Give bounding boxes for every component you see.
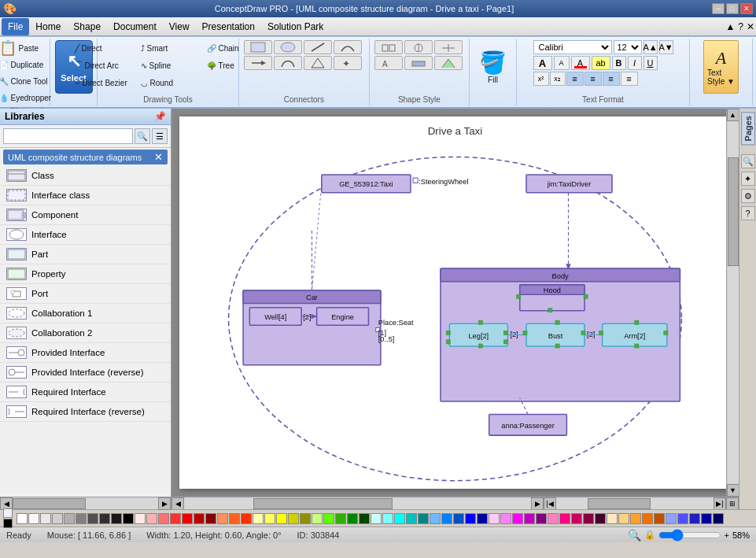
minimize-button[interactable]: ─ [712,3,725,14]
page-last-button[interactable]: ▶| [714,497,726,510]
palette-swatch-50[interactable] [607,513,618,524]
palette-swatch-47[interactable] [571,513,582,524]
shape-tool-1[interactable] [374,40,403,54]
palette-swatch-1[interactable] [28,513,39,524]
lib-item-required-interface-reverse[interactable]: Required Interface (reverse) [0,402,171,422]
v-scroll-up-button[interactable]: ▲ [727,109,739,121]
palette-swatch-10[interactable] [135,513,146,524]
palette-swatch-51[interactable] [618,513,629,524]
star-shape-button[interactable]: ✦ [334,56,362,70]
palette-swatch-37[interactable] [453,513,464,524]
palette-swatch-20[interactable] [253,513,264,524]
palette-swatch-28[interactable] [347,513,358,524]
menu-document[interactable]: Document [107,18,163,35]
palette-swatch-31[interactable] [382,513,393,524]
align-justify-button[interactable]: ≡ [621,72,638,86]
menu-home[interactable]: Home [29,18,67,35]
palette-swatch-26[interactable] [323,513,334,524]
palette-swatch-8[interactable] [111,513,122,524]
palette-swatch-35[interactable] [430,513,441,524]
rect-shape-button[interactable] [244,40,272,54]
library-tag-close[interactable]: ✕ [154,151,163,163]
palette-swatch-22[interactable] [276,513,287,524]
palette-swatch-17[interactable] [217,513,228,524]
palette-swatch-7[interactable] [99,513,110,524]
font-increase-button[interactable]: A▲ [644,40,658,54]
sidebar-scroll-right[interactable]: ▶ [158,497,171,510]
lib-item-collaboration2[interactable]: Collaboration 2 [0,323,171,343]
right-panel-btn-2[interactable]: ✦ [741,172,755,186]
align-center-button[interactable]: ≡ [585,72,602,86]
help-button[interactable]: ? [738,21,743,32]
lib-item-class[interactable]: Class [0,166,171,186]
ribbon-minimize-button[interactable]: ▲ [725,21,735,32]
lib-item-port[interactable]: Port [0,284,171,304]
font-color-button[interactable]: A [571,56,590,70]
palette-swatch-24[interactable] [300,513,311,524]
library-search-input[interactable] [3,128,133,144]
palette-swatch-45[interactable] [548,513,559,524]
palette-swatch-53[interactable] [642,513,653,524]
direct-arc-button[interactable]: ⌒ Direct Arc [71,57,134,73]
palette-swatch-58[interactable] [701,513,712,524]
car-node[interactable]: Car Well[4] [2] Engine [243,290,381,365]
palette-swatch-42[interactable] [512,513,523,524]
anna-passenger-node[interactable]: anna:Passenger [489,414,567,435]
zoom-in-button[interactable]: + [725,530,729,540]
palette-swatch-46[interactable] [559,513,570,524]
fill-button[interactable]: 🪣 Fill [475,40,511,94]
jim-driver-node[interactable]: jim:TaxiDriver [526,175,612,193]
v-scroll-thumb[interactable] [728,157,739,266]
spline-button[interactable]: ∿ Spline [137,57,200,73]
page-first-button[interactable]: |◀ [544,497,556,510]
arrow-shape-button[interactable] [244,56,272,70]
palette-swatch-30[interactable] [371,513,382,524]
library-view-button[interactable]: ☰ [152,128,168,144]
maximize-button[interactable]: □ [726,3,739,14]
fill-color-indicator[interactable] [3,508,13,518]
lib-item-provided-interface[interactable]: Provided Interface [0,343,171,363]
lib-item-collaboration1[interactable]: Collaboration 1 [0,304,171,323]
right-panel-btn-4[interactable]: ? [741,206,755,220]
palette-swatch-39[interactable] [477,513,488,524]
palette-swatch-25[interactable] [312,513,323,524]
right-panel-btn-3[interactable]: ⚙ [741,189,755,203]
sidebar-scroll-thumb[interactable] [13,498,86,509]
pages-tab[interactable]: Pages [741,112,755,145]
palette-swatch-54[interactable] [654,513,665,524]
palette-swatch-52[interactable] [630,513,641,524]
menu-shape[interactable]: Shape [67,18,107,35]
font-bigA-button[interactable]: A [533,56,552,70]
text-style-button[interactable]: A TextStyle ▼ [703,40,739,94]
ge-taxi-node[interactable]: GE_553912:Taxi [322,175,411,193]
highlight-button[interactable]: ab [592,56,610,70]
right-panel-btn-1[interactable]: 🔍 [741,154,755,168]
palette-swatch-5[interactable] [76,513,87,524]
font-size-select[interactable]: 12 [614,40,642,54]
font-decrease-button[interactable]: A▼ [659,40,673,54]
palette-swatch-11[interactable] [146,513,157,524]
paste-button[interactable]: 📋 Paste [0,40,58,56]
palette-swatch-6[interactable] [87,513,98,524]
menu-view[interactable]: View [163,18,196,35]
palette-swatch-32[interactable] [394,513,405,524]
line-shape-button[interactable] [304,40,332,54]
font-smallA-button[interactable]: A [554,56,570,70]
lib-item-component[interactable]: Component [0,205,171,225]
palette-swatch-40[interactable] [489,513,500,524]
palette-swatch-59[interactable] [713,513,724,524]
subscript-button[interactable]: x₂ [550,72,566,86]
palette-swatch-15[interactable] [194,513,205,524]
palette-swatch-33[interactable] [406,513,417,524]
font-name-select[interactable]: Calibri [533,40,612,54]
zoom-slider[interactable] [658,530,721,540]
italic-button[interactable]: I [628,56,642,70]
arc-shape-button[interactable] [334,40,362,54]
palette-swatch-23[interactable] [288,513,299,524]
palette-swatch-16[interactable] [205,513,216,524]
palette-swatch-27[interactable] [335,513,346,524]
direct-button[interactable]: ╱ Direct [71,40,134,56]
palette-swatch-3[interactable] [52,513,63,524]
diagram-canvas[interactable]: Drive a Taxi GE_553912:Taxi :SteeringWhe… [179,116,731,489]
palette-swatch-55[interactable] [666,513,677,524]
